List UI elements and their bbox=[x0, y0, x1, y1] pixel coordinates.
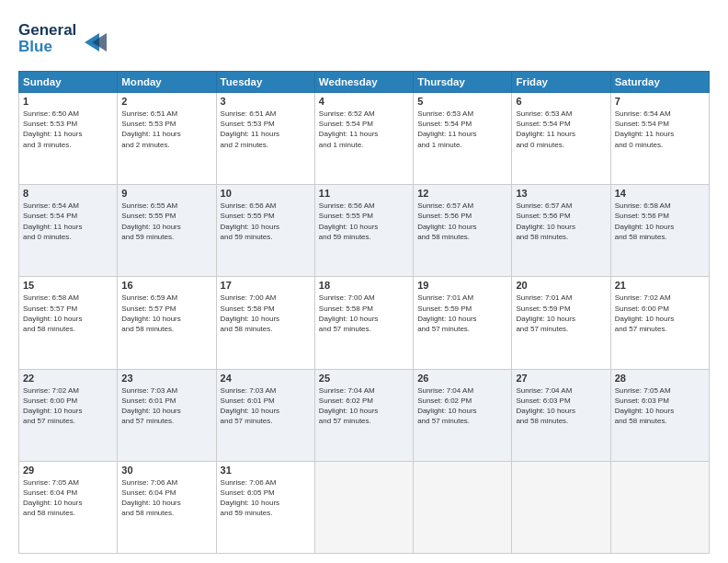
day-cell-22: 22Sunrise: 7:02 AM Sunset: 6:00 PM Dayli… bbox=[19, 369, 118, 461]
week-row-4: 22Sunrise: 7:02 AM Sunset: 6:00 PM Dayli… bbox=[19, 369, 710, 461]
day-cell-10: 10Sunrise: 6:56 AM Sunset: 5:55 PM Dayli… bbox=[216, 185, 314, 277]
day-number: 8 bbox=[23, 188, 113, 199]
header: General Blue bbox=[18, 17, 710, 62]
day-detail: Sunrise: 6:58 AM Sunset: 5:57 PM Dayligh… bbox=[23, 293, 113, 334]
day-detail: Sunrise: 6:55 AM Sunset: 5:55 PM Dayligh… bbox=[121, 201, 211, 242]
day-cell-4: 4Sunrise: 6:52 AM Sunset: 5:54 PM Daylig… bbox=[314, 93, 413, 185]
weekday-header-saturday: Saturday bbox=[610, 72, 709, 93]
day-detail: Sunrise: 6:52 AM Sunset: 5:54 PM Dayligh… bbox=[319, 109, 409, 150]
day-detail: Sunrise: 7:03 AM Sunset: 6:01 PM Dayligh… bbox=[221, 385, 311, 427]
calendar-table: SundayMondayTuesdayWednesdayThursdayFrid… bbox=[18, 71, 710, 554]
day-cell-31: 31Sunrise: 7:06 AM Sunset: 6:05 PM Dayli… bbox=[216, 461, 314, 553]
day-cell-21: 21Sunrise: 7:02 AM Sunset: 6:00 PM Dayli… bbox=[610, 277, 709, 369]
day-number: 17 bbox=[221, 280, 311, 291]
day-cell-25: 25Sunrise: 7:04 AM Sunset: 6:02 PM Dayli… bbox=[314, 369, 413, 461]
day-detail: Sunrise: 6:51 AM Sunset: 5:53 PM Dayligh… bbox=[121, 109, 211, 150]
day-cell-30: 30Sunrise: 7:06 AM Sunset: 6:04 PM Dayli… bbox=[118, 461, 216, 553]
day-detail: Sunrise: 6:56 AM Sunset: 5:55 PM Dayligh… bbox=[221, 201, 311, 242]
day-number: 29 bbox=[23, 465, 113, 476]
day-cell-20: 20Sunrise: 7:01 AM Sunset: 5:59 PM Dayli… bbox=[512, 277, 610, 369]
day-cell-29: 29Sunrise: 7:05 AM Sunset: 6:04 PM Dayli… bbox=[19, 461, 118, 553]
page: General Blue SundayMondayTuesdayWednesda… bbox=[0, 0, 728, 563]
day-number: 9 bbox=[121, 188, 211, 199]
weekday-header-thursday: Thursday bbox=[414, 72, 512, 93]
week-row-5: 29Sunrise: 7:05 AM Sunset: 6:04 PM Dayli… bbox=[19, 461, 710, 553]
day-number: 25 bbox=[319, 373, 409, 384]
day-detail: Sunrise: 7:02 AM Sunset: 6:00 PM Dayligh… bbox=[23, 385, 113, 427]
day-detail: Sunrise: 7:01 AM Sunset: 5:59 PM Dayligh… bbox=[516, 293, 606, 334]
day-detail: Sunrise: 7:05 AM Sunset: 6:04 PM Dayligh… bbox=[23, 477, 113, 519]
day-number: 31 bbox=[221, 465, 311, 476]
day-detail: Sunrise: 6:54 AM Sunset: 5:54 PM Dayligh… bbox=[23, 201, 113, 242]
day-detail: Sunrise: 6:58 AM Sunset: 5:56 PM Dayligh… bbox=[615, 201, 705, 242]
day-cell-7: 7Sunrise: 6:54 AM Sunset: 5:54 PM Daylig… bbox=[610, 93, 709, 185]
day-number: 6 bbox=[516, 96, 606, 107]
day-detail: Sunrise: 7:02 AM Sunset: 6:00 PM Dayligh… bbox=[615, 293, 705, 334]
day-number: 24 bbox=[221, 373, 311, 384]
day-detail: Sunrise: 6:54 AM Sunset: 5:54 PM Dayligh… bbox=[615, 109, 705, 150]
day-cell-9: 9Sunrise: 6:55 AM Sunset: 5:55 PM Daylig… bbox=[118, 185, 216, 277]
day-detail: Sunrise: 6:53 AM Sunset: 5:54 PM Dayligh… bbox=[516, 109, 606, 150]
day-number: 4 bbox=[319, 96, 409, 107]
day-number: 2 bbox=[121, 96, 211, 107]
day-number: 23 bbox=[121, 373, 211, 384]
day-cell-13: 13Sunrise: 6:57 AM Sunset: 5:56 PM Dayli… bbox=[512, 185, 610, 277]
day-cell-8: 8Sunrise: 6:54 AM Sunset: 5:54 PM Daylig… bbox=[19, 185, 118, 277]
weekday-header-friday: Friday bbox=[512, 72, 610, 93]
day-number: 30 bbox=[121, 465, 211, 476]
weekday-header-row: SundayMondayTuesdayWednesdayThursdayFrid… bbox=[19, 72, 710, 93]
day-detail: Sunrise: 6:53 AM Sunset: 5:54 PM Dayligh… bbox=[417, 109, 507, 150]
day-cell-11: 11Sunrise: 6:56 AM Sunset: 5:55 PM Dayli… bbox=[314, 185, 413, 277]
weekday-header-tuesday: Tuesday bbox=[216, 72, 314, 93]
day-detail: Sunrise: 6:57 AM Sunset: 5:56 PM Dayligh… bbox=[417, 201, 507, 242]
svg-text:General: General bbox=[18, 21, 76, 39]
day-cell-16: 16Sunrise: 6:59 AM Sunset: 5:57 PM Dayli… bbox=[118, 277, 216, 369]
day-detail: Sunrise: 6:56 AM Sunset: 5:55 PM Dayligh… bbox=[319, 201, 409, 242]
day-number: 18 bbox=[319, 280, 409, 291]
day-number: 19 bbox=[417, 280, 507, 291]
day-cell-12: 12Sunrise: 6:57 AM Sunset: 5:56 PM Dayli… bbox=[414, 185, 512, 277]
day-cell-27: 27Sunrise: 7:04 AM Sunset: 6:03 PM Dayli… bbox=[512, 369, 610, 461]
day-detail: Sunrise: 6:57 AM Sunset: 5:56 PM Dayligh… bbox=[516, 201, 606, 242]
day-cell-14: 14Sunrise: 6:58 AM Sunset: 5:56 PM Dayli… bbox=[610, 185, 709, 277]
day-detail: Sunrise: 7:06 AM Sunset: 6:04 PM Dayligh… bbox=[121, 477, 211, 519]
empty-cell bbox=[414, 461, 512, 553]
day-number: 12 bbox=[417, 188, 507, 199]
day-number: 16 bbox=[121, 280, 211, 291]
logo-text: General Blue bbox=[18, 17, 119, 62]
day-cell-28: 28Sunrise: 7:05 AM Sunset: 6:03 PM Dayli… bbox=[610, 369, 709, 461]
day-number: 20 bbox=[516, 280, 606, 291]
day-number: 21 bbox=[615, 280, 705, 291]
day-cell-6: 6Sunrise: 6:53 AM Sunset: 5:54 PM Daylig… bbox=[512, 93, 610, 185]
day-cell-2: 2Sunrise: 6:51 AM Sunset: 5:53 PM Daylig… bbox=[118, 93, 216, 185]
week-row-2: 8Sunrise: 6:54 AM Sunset: 5:54 PM Daylig… bbox=[19, 185, 710, 277]
day-number: 1 bbox=[23, 96, 113, 107]
day-number: 3 bbox=[221, 96, 311, 107]
day-number: 14 bbox=[615, 188, 705, 199]
day-detail: Sunrise: 7:04 AM Sunset: 6:02 PM Dayligh… bbox=[319, 385, 409, 427]
day-detail: Sunrise: 7:04 AM Sunset: 6:03 PM Dayligh… bbox=[516, 385, 606, 427]
day-cell-17: 17Sunrise: 7:00 AM Sunset: 5:58 PM Dayli… bbox=[216, 277, 314, 369]
svg-text:Blue: Blue bbox=[18, 38, 52, 55]
day-cell-23: 23Sunrise: 7:03 AM Sunset: 6:01 PM Dayli… bbox=[118, 369, 216, 461]
day-number: 5 bbox=[417, 96, 507, 107]
day-number: 7 bbox=[615, 96, 705, 107]
day-detail: Sunrise: 7:06 AM Sunset: 6:05 PM Dayligh… bbox=[221, 477, 311, 519]
day-cell-5: 5Sunrise: 6:53 AM Sunset: 5:54 PM Daylig… bbox=[414, 93, 512, 185]
day-cell-19: 19Sunrise: 7:01 AM Sunset: 5:59 PM Dayli… bbox=[414, 277, 512, 369]
empty-cell bbox=[314, 461, 413, 553]
empty-cell bbox=[610, 461, 709, 553]
day-detail: Sunrise: 7:04 AM Sunset: 6:02 PM Dayligh… bbox=[417, 385, 507, 427]
week-row-1: 1Sunrise: 6:50 AM Sunset: 5:53 PM Daylig… bbox=[19, 93, 710, 185]
day-cell-26: 26Sunrise: 7:04 AM Sunset: 6:02 PM Dayli… bbox=[414, 369, 512, 461]
day-cell-3: 3Sunrise: 6:51 AM Sunset: 5:53 PM Daylig… bbox=[216, 93, 314, 185]
weekday-header-sunday: Sunday bbox=[19, 72, 118, 93]
day-number: 13 bbox=[516, 188, 606, 199]
day-number: 15 bbox=[23, 280, 113, 291]
day-cell-15: 15Sunrise: 6:58 AM Sunset: 5:57 PM Dayli… bbox=[19, 277, 118, 369]
day-cell-1: 1Sunrise: 6:50 AM Sunset: 5:53 PM Daylig… bbox=[19, 93, 118, 185]
empty-cell bbox=[512, 461, 610, 553]
day-number: 22 bbox=[23, 373, 113, 384]
day-detail: Sunrise: 6:59 AM Sunset: 5:57 PM Dayligh… bbox=[121, 293, 211, 334]
day-detail: Sunrise: 7:00 AM Sunset: 5:58 PM Dayligh… bbox=[319, 293, 409, 334]
